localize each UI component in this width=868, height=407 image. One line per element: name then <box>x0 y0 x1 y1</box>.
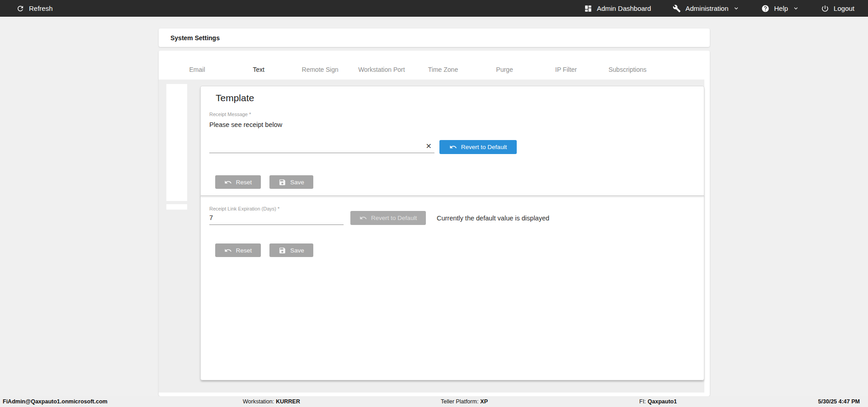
undo-icon <box>359 214 367 222</box>
revert-receipt-message-button[interactable]: Revert to Default <box>439 140 517 154</box>
left-gutter-strip-small <box>166 204 187 210</box>
administration-label: Administration <box>685 5 728 12</box>
teller-platform-label: Teller Platform: <box>441 396 478 407</box>
help-label: Help <box>774 5 788 12</box>
topbar-right-group: Admin Dashboard Administration Help <box>584 5 868 13</box>
revert-expiration-button[interactable]: Revert to Default <box>350 211 426 225</box>
tab-remote-sign[interactable]: Remote Sign <box>289 57 351 82</box>
tab-text[interactable]: Text <box>228 57 289 82</box>
system-settings-card: Email Text Remote Sign Workstation Port … <box>159 51 710 396</box>
status-fi: FI: Qaxpauto1 <box>639 396 677 407</box>
receipt-link-expiration-label: Receipt Link Expiration (Days) * <box>209 206 279 211</box>
help-menu[interactable]: Help <box>761 5 799 13</box>
template-heading: Template <box>216 93 254 103</box>
chevron-down-icon <box>733 5 740 12</box>
revert-button-label: Revert to Default <box>371 215 417 221</box>
save-button-label: Save <box>290 247 304 254</box>
fi-label: FI: <box>639 396 646 407</box>
text-settings-panel: Template Receipt Message * Please see re… <box>200 86 704 380</box>
workstation-value: KURRER <box>276 396 300 407</box>
revert-button-label: Revert to Default <box>461 144 507 150</box>
undo-icon <box>224 247 232 254</box>
tab-text-label: Text <box>253 66 264 73</box>
receipt-link-expiration-input[interactable] <box>209 214 344 221</box>
admin-dashboard-link[interactable]: Admin Dashboard <box>584 5 651 13</box>
fi-value: Qaxpauto1 <box>648 396 677 407</box>
power-icon <box>821 5 829 13</box>
reset-button-label: Reset <box>236 247 252 254</box>
page-title-card: System Settings <box>159 28 710 47</box>
tab-ip-filter[interactable]: IP Filter <box>535 57 597 82</box>
status-workstation: Workstation: KURRER <box>243 396 300 407</box>
receipt-message-value: Please see receipt below <box>209 119 434 128</box>
tab-content-area: Template Receipt Message * Please see re… <box>159 80 704 393</box>
logout-button[interactable]: Logout <box>821 5 854 13</box>
reset-receipt-message-button[interactable]: Reset <box>215 175 261 189</box>
tab-workstation-port[interactable]: Workstation Port <box>351 57 412 82</box>
receipt-message-textarea[interactable]: Please see receipt below ✕ <box>209 119 434 153</box>
admin-dashboard-label: Admin Dashboard <box>597 5 651 12</box>
save-expiration-button[interactable]: Save <box>269 243 313 257</box>
workstation-label: Workstation: <box>243 396 274 407</box>
undo-icon <box>449 143 457 151</box>
reset-expiration-button[interactable]: Reset <box>215 243 261 257</box>
save-receipt-message-button[interactable]: Save <box>269 175 313 189</box>
default-value-status-text: Currently the default value is displayed <box>437 211 549 225</box>
floppy-disk-icon <box>278 247 286 254</box>
logout-label: Logout <box>834 5 854 12</box>
status-user: FiAdmin@Qaxpauto1.onmicrosoft.com <box>3 396 108 407</box>
reset-button-label: Reset <box>236 179 252 186</box>
tab-purge[interactable]: Purge <box>474 57 535 82</box>
section-divider <box>201 196 704 196</box>
left-gutter-strip <box>166 84 187 201</box>
teller-platform-value: XP <box>480 396 488 407</box>
page-title: System Settings <box>170 34 220 42</box>
receipt-link-expiration-field <box>209 214 344 225</box>
question-circle-icon <box>761 5 769 13</box>
save-button-label: Save <box>290 179 304 186</box>
dashboard-grid-icon <box>584 5 592 13</box>
status-bar: FiAdmin@Qaxpauto1.onmicrosoft.com Workst… <box>0 396 868 407</box>
refresh-button[interactable]: Refresh <box>16 5 53 13</box>
clear-receipt-message-button[interactable]: ✕ <box>426 143 432 150</box>
tab-subscriptions[interactable]: Subscriptions <box>597 57 658 82</box>
refresh-icon <box>16 5 24 13</box>
wrench-icon <box>673 5 681 13</box>
status-teller-platform: Teller Platform: XP <box>441 396 488 407</box>
close-icon: ✕ <box>426 142 432 150</box>
tab-time-zone[interactable]: Time Zone <box>412 57 474 82</box>
undo-icon <box>224 178 232 186</box>
receipt-message-label: Receipt Message * <box>209 112 251 117</box>
status-datetime: 5/30/25 4:47 PM <box>818 396 860 407</box>
chevron-down-icon <box>793 5 799 12</box>
top-navigation-bar: Refresh Admin Dashboard Administration H… <box>0 0 868 17</box>
floppy-disk-icon <box>278 178 286 186</box>
settings-tab-bar: Email Text Remote Sign Workstation Port … <box>166 57 658 82</box>
refresh-label: Refresh <box>29 5 53 12</box>
tab-email[interactable]: Email <box>166 57 228 82</box>
administration-menu[interactable]: Administration <box>673 5 740 13</box>
